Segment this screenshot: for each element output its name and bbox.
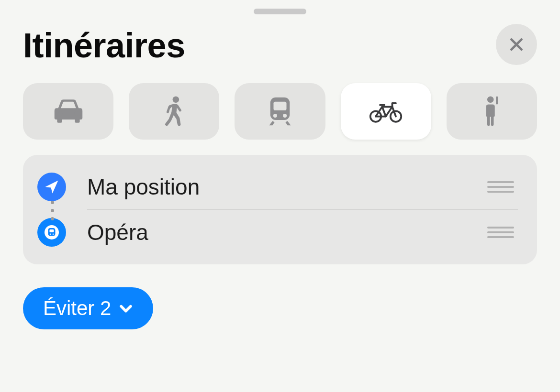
route-from-row[interactable]: Ma position <box>37 164 518 209</box>
svg-point-11 <box>487 97 494 103</box>
route-endpoints-card: Ma position Opéra <box>23 155 537 264</box>
svg-point-2 <box>58 111 62 116</box>
location-badge <box>37 173 66 201</box>
svg-rect-14 <box>50 229 54 232</box>
close-icon <box>508 36 525 53</box>
svg-rect-6 <box>274 102 287 110</box>
mode-transit[interactable] <box>235 83 325 140</box>
reorder-handle-from[interactable] <box>483 177 518 196</box>
svg-point-3 <box>74 111 78 116</box>
sheet-grabber[interactable] <box>254 9 306 14</box>
avoid-label: Éviter 2 <box>43 297 111 320</box>
mode-car[interactable] <box>23 83 113 140</box>
svg-point-4 <box>172 97 179 103</box>
directions-panel: Itinéraires <box>0 0 560 392</box>
destination-badge <box>37 218 66 247</box>
chevron-down-icon <box>118 300 134 316</box>
rideshare-icon <box>474 94 509 129</box>
location-icon <box>43 178 60 196</box>
transport-modes <box>23 83 537 140</box>
page-title: Itinéraires <box>23 26 185 65</box>
route-from-label: Ma position <box>87 174 483 200</box>
avoid-options-button[interactable]: Éviter 2 <box>23 287 153 329</box>
mode-bike[interactable] <box>341 83 431 140</box>
mode-walk[interactable] <box>129 83 219 140</box>
walk-icon <box>157 94 191 129</box>
route-connector-dots <box>51 201 54 220</box>
route-to-row[interactable]: Opéra <box>37 210 518 255</box>
close-button[interactable] <box>496 24 537 65</box>
route-to-label: Opéra <box>87 219 483 245</box>
car-icon <box>51 94 86 129</box>
transit-icon <box>263 94 297 129</box>
svg-point-8 <box>283 114 287 118</box>
reorder-handle-to[interactable] <box>483 223 518 242</box>
svg-point-15 <box>50 233 51 235</box>
mode-rideshare[interactable] <box>447 83 537 140</box>
svg-point-7 <box>273 114 277 118</box>
bike-icon <box>369 94 403 129</box>
svg-point-16 <box>53 233 54 235</box>
metro-icon <box>43 224 60 241</box>
